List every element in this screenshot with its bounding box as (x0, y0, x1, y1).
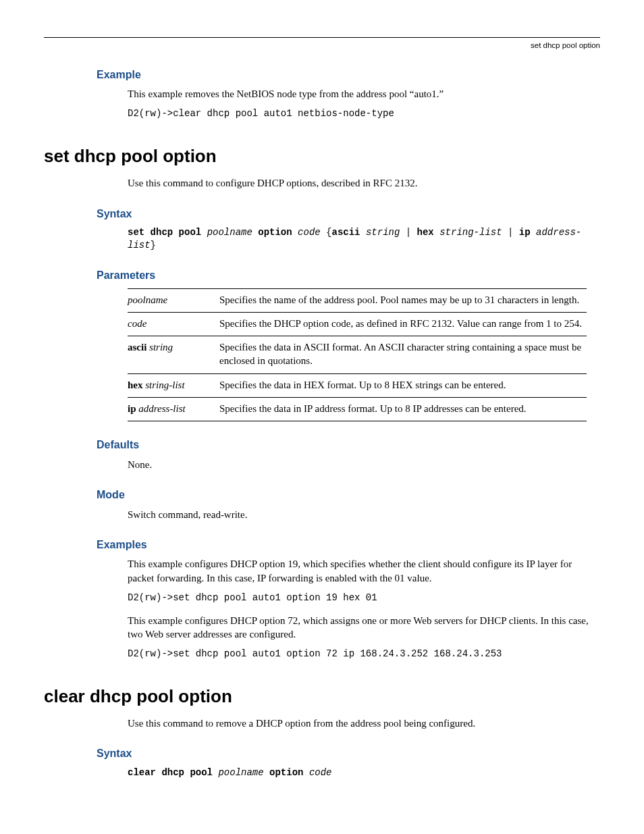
section-title-set: set dhcp pool option (44, 145, 600, 168)
param-name: address-list (138, 403, 185, 414)
syntax-arg: string (366, 227, 400, 238)
section-title-clear: clear dhcp pool option (44, 685, 600, 708)
table-row: poolname Specifies the name of the addre… (128, 288, 587, 312)
param-desc: Specifies the data in ASCII format. An A… (219, 336, 587, 374)
syntax-arg: code (298, 227, 321, 238)
heading-example: Example (44, 68, 600, 82)
param-name: string-list (145, 380, 184, 390)
param-name: string (149, 342, 173, 353)
paragraph-clear-intro: Use this command to remove a DHCP option… (44, 716, 600, 730)
syntax-arg: poolname (207, 227, 252, 238)
param-desc: Specifies the DHCP option code, as defin… (219, 312, 587, 336)
heading-examples: Examples (44, 538, 600, 552)
heading-syntax-set: Syntax (44, 207, 600, 221)
syntax-kw: set dhcp pool (128, 227, 201, 238)
heading-mode: Mode (44, 488, 600, 502)
param-kw: ascii (128, 342, 146, 353)
parameters-table: poolname Specifies the name of the addre… (128, 288, 587, 422)
paragraph-mode: Switch command, read-write. (44, 508, 600, 521)
syntax-arg: poolname (218, 767, 263, 778)
syntax-kw: option (269, 767, 303, 778)
param-desc: Specifies the data in HEX format. Up to … (219, 373, 587, 397)
paragraph-example-intro: This example removes the NetBIOS node ty… (44, 87, 600, 101)
param-desc: Specifies the name of the address pool. … (219, 288, 587, 312)
code-example-19: D2(rw)->set dhcp pool auto1 option 19 he… (44, 592, 600, 604)
syntax-kw: hex (417, 227, 434, 238)
syntax-kw: ip (519, 227, 531, 238)
table-row: ascii string Specifies the data in ASCII… (128, 336, 587, 374)
syntax-arg: string-list (439, 227, 502, 238)
syntax-clear: clear dhcp pool poolname option code (44, 766, 600, 779)
param-kw: hex (128, 380, 143, 390)
syntax-kw: ascii (332, 227, 360, 238)
param-desc: Specifies the data in IP address format.… (219, 397, 587, 421)
code-example-72: D2(rw)->set dhcp pool auto1 option 72 ip… (44, 648, 600, 660)
syntax-arg: code (309, 767, 332, 778)
heading-syntax-clear: Syntax (44, 746, 600, 761)
heading-parameters: Parameters (44, 268, 600, 283)
syntax-set: set dhcp pool poolname option code {asci… (44, 226, 600, 252)
paragraph-example-72: This example configures DHCP option 72, … (44, 614, 600, 642)
code-example-1: D2(rw)->clear dhcp pool auto1 netbios-no… (44, 107, 600, 120)
syntax-kw: clear dhcp pool (128, 767, 213, 778)
table-row: hex string-list Specifies the data in HE… (128, 373, 587, 397)
table-row: code Specifies the DHCP option code, as … (128, 312, 587, 336)
paragraph-example-19: This example configures DHCP option 19, … (44, 557, 600, 585)
param-name: poolname (128, 294, 167, 305)
syntax-kw: option (258, 227, 292, 238)
param-name: code (128, 318, 146, 329)
table-row: ip address-list Specifies the data in IP… (128, 397, 587, 421)
heading-defaults: Defaults (44, 438, 600, 452)
paragraph-defaults: None. (44, 458, 600, 471)
running-header: set dhcp pool option (44, 41, 600, 51)
param-kw: ip (128, 403, 136, 414)
paragraph-set-intro: Use this command to configure DHCP optio… (44, 176, 600, 190)
top-rule (44, 37, 600, 38)
